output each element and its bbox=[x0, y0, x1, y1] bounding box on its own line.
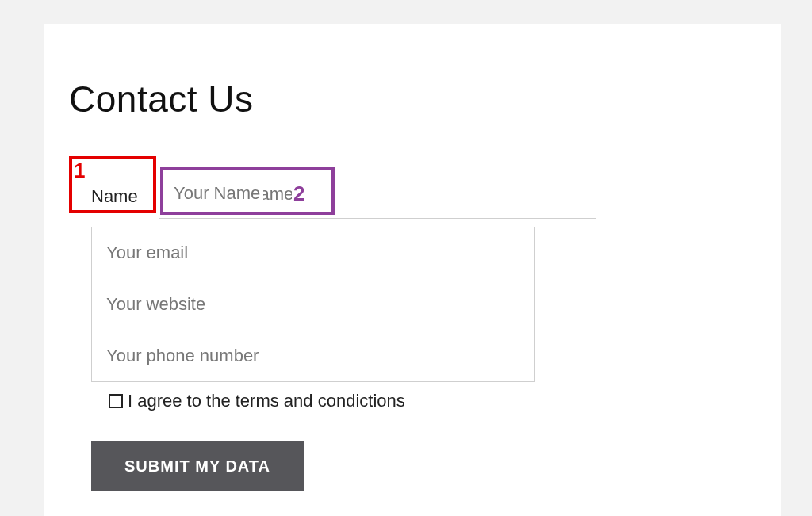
website-input[interactable] bbox=[91, 278, 535, 331]
email-input[interactable] bbox=[91, 227, 535, 279]
name-placeholder-text: Your Name bbox=[170, 183, 263, 204]
agree-label[interactable]: I agree to the terms and condictions bbox=[128, 391, 405, 411]
phone-input[interactable] bbox=[91, 330, 535, 382]
annotation-number-1: 1 bbox=[74, 159, 85, 183]
submit-button[interactable]: SUBMIT MY DATA bbox=[91, 441, 304, 491]
page-title: Contact Us bbox=[69, 78, 254, 120]
title-wrap: Contact Us bbox=[59, 70, 263, 128]
agree-checkbox[interactable] bbox=[109, 394, 123, 408]
annotation-number-2: 2 bbox=[292, 182, 306, 206]
page-card: Contact Us 1 Name Your Name 2 I agree to… bbox=[44, 24, 781, 516]
agree-row: I agree to the terms and condictions bbox=[109, 391, 405, 411]
